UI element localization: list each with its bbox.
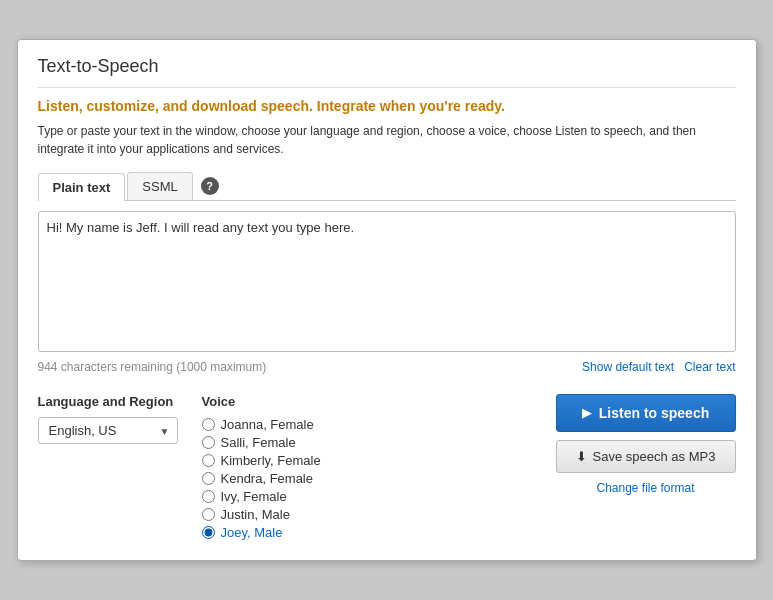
language-region-section: Language and Region English, US English,… [38, 394, 178, 444]
voice-item-joanna[interactable]: Joanna, Female [202, 417, 532, 432]
save-mp3-button[interactable]: ⬇ Save speech as MP3 [556, 440, 736, 473]
voice-radio-justin[interactable] [202, 508, 215, 521]
language-select-wrapper: English, US English, UK Spanish, US Fren… [38, 417, 178, 444]
play-icon: ▶ [582, 406, 591, 420]
text-actions: Show default text Clear text [582, 360, 735, 374]
description: Type or paste your text in the window, c… [38, 122, 736, 158]
text-input-wrapper: Hi! My name is Jeff. I will read any tex… [38, 211, 736, 352]
voice-radio-kimberly[interactable] [202, 454, 215, 467]
voice-label-kendra: Kendra, Female [221, 471, 314, 486]
voice-item-salli[interactable]: Salli, Female [202, 435, 532, 450]
voice-label-kimberly: Kimberly, Female [221, 453, 321, 468]
char-count: 944 characters remaining (1000 maximum) [38, 360, 267, 374]
listen-button-label: Listen to speech [599, 405, 709, 421]
voice-label-salli: Salli, Female [221, 435, 296, 450]
page-title: Text-to-Speech [38, 56, 736, 88]
voice-list: Joanna, Female Salli, Female Kimberly, F… [202, 417, 532, 540]
text-input[interactable]: Hi! My name is Jeff. I will read any tex… [47, 220, 727, 340]
tab-plain-text[interactable]: Plain text [38, 173, 126, 201]
voice-radio-ivy[interactable] [202, 490, 215, 503]
voice-radio-joey[interactable] [202, 526, 215, 539]
tab-bar: Plain text SSML ? [38, 172, 736, 201]
show-default-text-link[interactable]: Show default text [582, 360, 674, 374]
tab-ssml[interactable]: SSML [127, 172, 192, 200]
action-buttons: ▶ Listen to speech ⬇ Save speech as MP3 … [556, 394, 736, 495]
listen-to-speech-button[interactable]: ▶ Listen to speech [556, 394, 736, 432]
subtitle: Listen, customize, and download speech. … [38, 98, 736, 114]
voice-section: Voice Joanna, Female Salli, Female Kimbe… [202, 394, 532, 540]
voice-item-justin[interactable]: Justin, Male [202, 507, 532, 522]
clear-text-link[interactable]: Clear text [684, 360, 735, 374]
voice-item-kimberly[interactable]: Kimberly, Female [202, 453, 532, 468]
save-mp3-label: Save speech as MP3 [593, 449, 716, 464]
voice-label: Voice [202, 394, 532, 409]
language-select[interactable]: English, US English, UK Spanish, US Fren… [38, 417, 178, 444]
main-window: Text-to-Speech Listen, customize, and do… [17, 39, 757, 561]
voice-radio-joanna[interactable] [202, 418, 215, 431]
voice-radio-salli[interactable] [202, 436, 215, 449]
bottom-section: Language and Region English, US English,… [38, 394, 736, 540]
change-file-format-link[interactable]: Change file format [556, 481, 736, 495]
voice-item-kendra[interactable]: Kendra, Female [202, 471, 532, 486]
voice-radio-kendra[interactable] [202, 472, 215, 485]
voice-item-joey[interactable]: Joey, Male [202, 525, 532, 540]
help-icon[interactable]: ? [201, 177, 219, 195]
voice-label-justin: Justin, Male [221, 507, 290, 522]
voice-label-joanna: Joanna, Female [221, 417, 314, 432]
voice-label-joey: Joey, Male [221, 525, 283, 540]
char-count-row: 944 characters remaining (1000 maximum) … [38, 356, 736, 378]
voice-item-ivy[interactable]: Ivy, Female [202, 489, 532, 504]
download-icon: ⬇ [576, 449, 587, 464]
voice-label-ivy: Ivy, Female [221, 489, 287, 504]
language-region-label: Language and Region [38, 394, 178, 409]
